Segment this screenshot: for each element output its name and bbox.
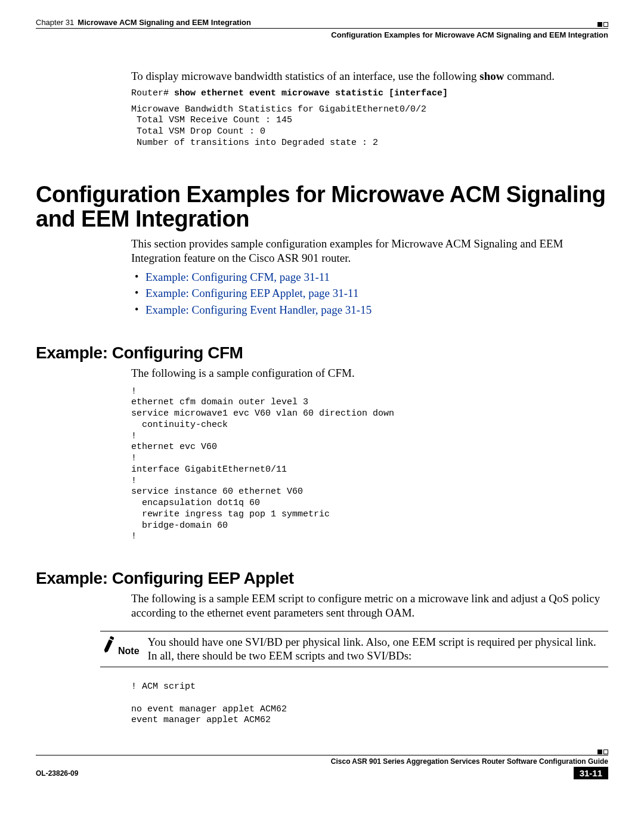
page-number: 31-11 (574, 767, 608, 779)
header-ornament (597, 22, 608, 27)
chapter-label: Chapter 31 (36, 18, 74, 27)
eep-paragraph: The following is a sample EEM script to … (131, 592, 608, 620)
chapter-heading: Chapter 31Microwave ACM Signaling and EE… (36, 18, 251, 27)
note-text: You should have one SVI/BD per physical … (148, 635, 608, 664)
eep-code-block: ! ACM script no event manager applet ACM… (131, 682, 608, 726)
square-open-icon (603, 750, 608, 754)
running-header: Chapter 31Microwave ACM Signaling and EE… (36, 18, 608, 29)
eep-heading: Example: Configuring EEP Applet (36, 569, 608, 588)
square-icon (597, 22, 602, 27)
link-list: Example: Configuring CFM, page 31-11 Exa… (131, 270, 608, 317)
square-open-icon (603, 22, 608, 27)
pencil-icon (100, 635, 118, 656)
footer-ornament (597, 750, 608, 754)
intro-block: To display microwave bandwidth statistic… (131, 69, 608, 149)
show-command: Router# show ethernet event microwave st… (131, 88, 608, 100)
main-intro: This section provides sample configurati… (131, 237, 608, 317)
intro-paragraph: To display microwave bandwidth statistic… (131, 69, 608, 83)
main-paragraph: This section provides sample configurati… (131, 237, 608, 265)
page: Chapter 31Microwave ACM Signaling and EE… (0, 0, 644, 796)
eep-block: The following is a sample EEM script to … (131, 592, 608, 620)
cfm-paragraph: The following is a sample configuration … (131, 366, 608, 380)
xref-link[interactable]: Example: Configuring CFM, page 31-11 (145, 270, 608, 284)
footer-guide-title: Cisco ASR 901 Series Aggregation Service… (36, 757, 608, 766)
square-icon (597, 750, 602, 754)
cfm-heading: Example: Configuring CFM (36, 343, 608, 363)
xref-link[interactable]: Example: Configuring Event Handler, page… (145, 303, 608, 317)
section-running-title: Configuration Examples for Microwave ACM… (36, 30, 608, 39)
footer: Cisco ASR 901 Series Aggregation Service… (36, 755, 608, 779)
note-block: Note You should have one SVI/BD per phys… (100, 631, 608, 668)
show-output: Microwave Bandwidth Statistics for Gigab… (131, 104, 608, 149)
chapter-title: Microwave ACM Signaling and EEM Integrat… (78, 18, 251, 27)
footer-doc-id: OL-23826-09 (36, 769, 78, 778)
note-label: Note (118, 646, 140, 657)
xref-link[interactable]: Example: Configuring EEP Applet, page 31… (145, 286, 608, 301)
cfm-block: The following is a sample configuration … (131, 366, 608, 543)
main-heading: Configuration Examples for Microwave ACM… (36, 182, 608, 233)
cfm-code: ! ethernet cfm domain outer level 3 serv… (131, 386, 608, 543)
eep-code: ! ACM script no event manager applet ACM… (131, 682, 608, 726)
